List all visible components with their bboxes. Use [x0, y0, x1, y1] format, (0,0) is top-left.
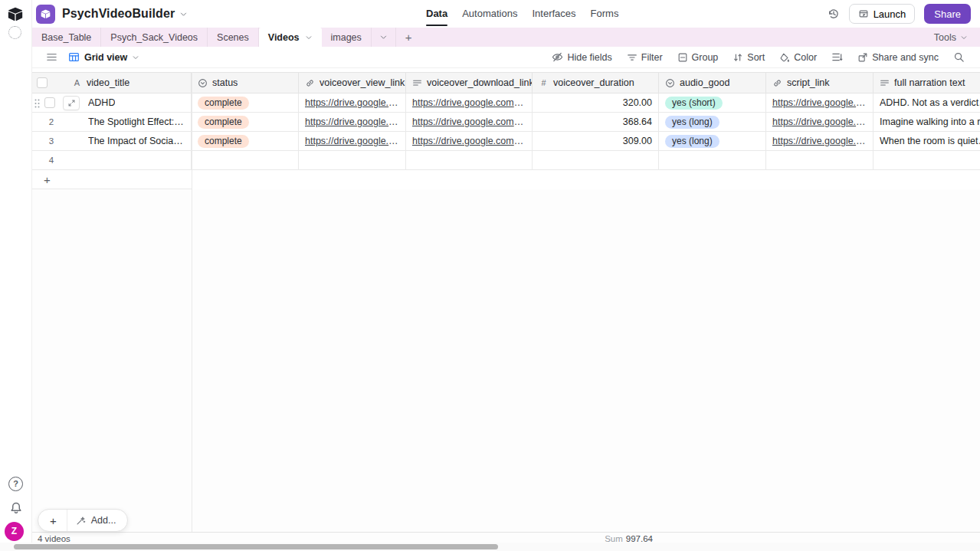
tab-automations[interactable]: Automations	[462, 0, 517, 28]
table-tab-psych-sack-videos[interactable]: Psych_Sack_Videos	[101, 28, 208, 47]
cell-script-link[interactable]: https://drive.google.com/...	[766, 113, 873, 131]
cell-status[interactable]	[192, 151, 299, 169]
url-link[interactable]: https://drive.google.com/uc?id...	[412, 97, 526, 108]
table-row[interactable]: 2 The Spotlight Effect: Why... complete …	[32, 113, 980, 132]
cell-voiceover-view-link[interactable]	[299, 151, 406, 169]
sort-button[interactable]: Sort	[733, 52, 765, 63]
hide-fields-button[interactable]: Hide fields	[552, 51, 611, 63]
view-sidebar-toggle-icon[interactable]	[46, 51, 57, 63]
share-and-sync-button[interactable]: Share and sync	[857, 52, 939, 63]
cell-audio-good[interactable]: yes (long)	[659, 132, 766, 150]
url-link[interactable]: https://drive.google.com/uc?id...	[412, 136, 526, 146]
url-link[interactable]: https://drive.google.com/uc?id...	[412, 116, 526, 127]
cell-audio-good[interactable]	[659, 151, 766, 169]
cell-voiceover-view-link[interactable]: https://drive.google.com/f...	[299, 93, 406, 112]
table-tab-images[interactable]: images	[322, 28, 372, 47]
notifications-bell-icon[interactable]	[9, 501, 23, 515]
cell-full-narration-text[interactable]	[873, 151, 980, 169]
launch-button[interactable]: Launch	[849, 4, 916, 24]
tab-data[interactable]: Data	[426, 0, 447, 28]
add-row-plus-icon[interactable]: +	[44, 173, 51, 186]
cell-voiceover-duration[interactable]	[533, 151, 659, 169]
cell-voiceover-download-link[interactable]: https://drive.google.com/uc?id...	[406, 93, 533, 112]
tab-interfaces[interactable]: Interfaces	[532, 0, 575, 28]
url-link[interactable]: https://drive.google.com/...	[772, 116, 867, 127]
cell-full-narration-text[interactable]: ADHD. Not as a verdict, b...	[873, 93, 980, 112]
drag-handle-icon[interactable]	[34, 98, 41, 109]
cell-status[interactable]: complete	[192, 93, 299, 112]
expand-record-button[interactable]	[63, 96, 80, 110]
chevron-down-icon[interactable]	[179, 10, 188, 18]
cell-video-title[interactable]: 3 The Impact of Social Med...	[32, 132, 192, 150]
column-header-script-link[interactable]: script_link	[766, 73, 873, 93]
cell-voiceover-download-link[interactable]: https://drive.google.com/uc?id...	[406, 113, 533, 131]
table-tab-base-table[interactable]: Base_Table	[32, 28, 101, 47]
add-record-plus-button[interactable]: +	[38, 509, 67, 532]
base-app-icon[interactable]	[36, 5, 55, 24]
add-with-ai-button[interactable]: Add...	[67, 515, 128, 526]
cell-voiceover-view-link[interactable]: https://drive.google.com/f...	[299, 132, 406, 150]
cell-audio-good[interactable]: yes (long)	[659, 113, 766, 131]
base-title[interactable]: PsychVideoBuilder	[62, 7, 175, 21]
chevron-down-icon[interactable]	[305, 34, 313, 41]
column-header-voiceover-download-link[interactable]: voiceover_download_link	[406, 73, 533, 93]
left-rail: ? Z	[0, 0, 32, 551]
row-height-button[interactable]	[831, 51, 843, 63]
cell-voiceover-duration[interactable]: 368.64	[533, 113, 659, 131]
airtable-logo-icon[interactable]	[6, 5, 25, 22]
chevron-down-icon	[379, 33, 388, 41]
cell-status[interactable]: complete	[192, 132, 299, 150]
url-link[interactable]: https://drive.google.com/...	[772, 97, 867, 108]
tools-menu[interactable]: Tools	[934, 28, 968, 47]
cell-video-title[interactable]: ADHD	[32, 93, 192, 112]
filter-button[interactable]: Filter	[627, 52, 663, 63]
column-header-video-title[interactable]: A video_title	[32, 73, 192, 93]
url-link[interactable]: https://drive.google.com/...	[772, 136, 867, 146]
url-link[interactable]: https://drive.google.com/f...	[305, 136, 399, 146]
horizontal-scrollbar[interactable]	[0, 543, 980, 551]
table-tab-scenes[interactable]: Scenes	[208, 28, 259, 47]
cell-voiceover-download-link[interactable]	[406, 151, 533, 169]
tab-forms[interactable]: Forms	[591, 0, 619, 28]
row-checkbox[interactable]	[44, 97, 55, 108]
frozen-column-separator[interactable]	[192, 72, 192, 532]
view-name[interactable]: Grid view	[68, 51, 139, 63]
cell-voiceover-duration[interactable]: 320.00	[533, 93, 659, 112]
table-tab-videos[interactable]: Videos	[259, 28, 322, 47]
cell-voiceover-view-link[interactable]: https://drive.google.com/f...	[299, 113, 406, 131]
column-header-voiceover-duration[interactable]: # voiceover_duration	[533, 73, 659, 93]
history-icon[interactable]	[828, 8, 840, 20]
cell-script-link[interactable]	[766, 151, 873, 169]
column-header-voiceover-view-link[interactable]: voiceover_view_link	[299, 73, 406, 93]
add-row[interactable]: +	[32, 170, 980, 189]
cell-full-narration-text[interactable]: Imagine walking into a ro...	[873, 113, 980, 131]
horizontal-scrollbar-thumb[interactable]	[14, 544, 498, 549]
share-button[interactable]: Share	[924, 4, 971, 24]
user-avatar[interactable]: Z	[5, 522, 24, 541]
column-header-audio-good[interactable]: audio_good	[659, 73, 766, 93]
url-link[interactable]: https://drive.google.com/f...	[305, 97, 399, 108]
url-link[interactable]: https://drive.google.com/f...	[305, 116, 399, 127]
table-row[interactable]: 3 The Impact of Social Med... complete h…	[32, 132, 980, 151]
column-header-full-narration-text[interactable]: full narration text	[873, 73, 980, 93]
help-icon[interactable]: ?	[8, 477, 23, 491]
select-all-checkbox[interactable]	[37, 77, 48, 88]
cell-status[interactable]: complete	[192, 113, 299, 131]
group-button[interactable]: Group	[677, 52, 719, 63]
cell-video-title[interactable]: 4	[32, 151, 192, 169]
cell-full-narration-text[interactable]: When the room is quiet, t...	[873, 132, 980, 150]
filter-funnel-icon	[627, 52, 637, 63]
column-header-status[interactable]: status	[192, 73, 299, 93]
table-row[interactable]: 4	[32, 151, 980, 170]
cell-voiceover-duration[interactable]: 309.00	[533, 132, 659, 150]
cell-audio-good[interactable]: yes (short)	[659, 93, 766, 112]
table-list-chevron[interactable]	[372, 28, 396, 47]
add-table-button[interactable]: +	[396, 28, 421, 47]
cell-voiceover-download-link[interactable]: https://drive.google.com/uc?id...	[406, 132, 533, 150]
search-button[interactable]	[953, 51, 965, 63]
cell-video-title[interactable]: 2 The Spotlight Effect: Why...	[32, 113, 192, 131]
cell-script-link[interactable]: https://drive.google.com/...	[766, 132, 873, 150]
color-button[interactable]: Color	[779, 52, 817, 63]
table-row[interactable]: ADHD complete https://drive.google.com/f…	[32, 93, 980, 113]
cell-script-link[interactable]: https://drive.google.com/...	[766, 93, 873, 112]
